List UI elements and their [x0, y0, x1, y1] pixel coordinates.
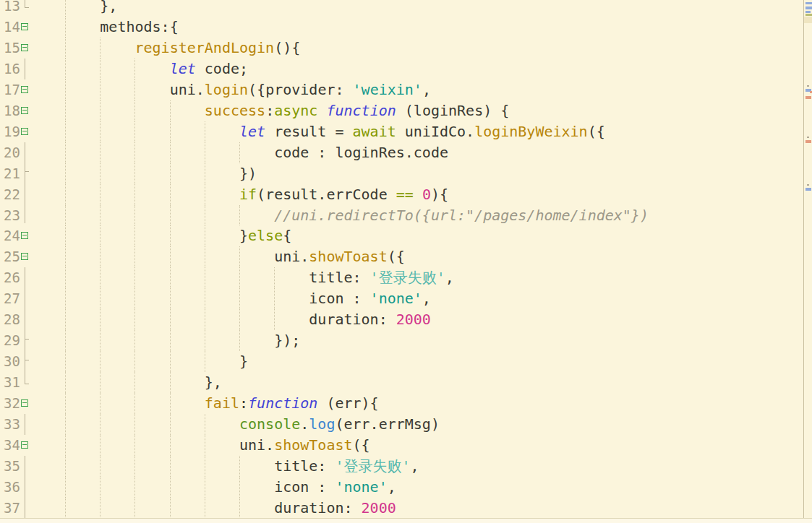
code-line[interactable]: 20 code : loginRes.code — [0, 142, 803, 163]
code-text[interactable]: fail:function (err){ — [30, 393, 803, 414]
token-strcjk: '登录失败' — [370, 269, 445, 286]
code-text[interactable]: uni.login({provider: 'weixin', — [30, 79, 803, 100]
indent-guide — [65, 0, 66, 17]
indent-guide — [170, 351, 171, 372]
code-text[interactable]: }); — [30, 330, 803, 351]
token-plain: , — [422, 81, 431, 98]
code-line[interactable]: 26 title: '登录失败', — [0, 267, 803, 288]
indent-whitespace — [30, 373, 205, 391]
fold-range-line — [25, 142, 25, 163]
indent-guide — [134, 498, 135, 519]
ruler-viewport-indicator[interactable] — [804, 17, 812, 23]
code-text[interactable]: icon : 'none', — [30, 477, 803, 498]
indent-guide — [134, 163, 135, 184]
code-line[interactable]: 33 console.log(err.errMsg) — [0, 414, 803, 435]
code-text[interactable]: duration: 2000 — [30, 498, 803, 519]
fold-collapse-icon[interactable] — [21, 441, 28, 449]
overview-ruler[interactable] — [803, 0, 812, 519]
code-text[interactable]: } — [30, 351, 803, 372]
indent-guide — [134, 142, 135, 163]
token-str: 'none' — [370, 290, 422, 307]
code-line[interactable]: 23 //uni.redirectTo({url:"/pages/home/in… — [0, 205, 803, 226]
code-line[interactable]: 34 uni.showToast({ — [0, 435, 803, 456]
code-line[interactable]: 22 if(result.errCode == 0){ — [0, 184, 803, 205]
indent-guide — [205, 288, 205, 309]
code-text[interactable]: success:async function (loginRes) { — [30, 100, 803, 121]
code-text[interactable]: }else{ — [30, 225, 803, 246]
code-text[interactable]: uni.showToast({ — [30, 246, 803, 267]
code-text[interactable]: registerAndLogin(){ — [30, 38, 803, 59]
code-line[interactable]: 29 }); — [0, 330, 803, 351]
code-text[interactable]: title: '登录失败', — [30, 267, 803, 288]
token-plain: , — [422, 290, 431, 307]
fold-collapse-icon[interactable] — [21, 399, 28, 407]
code-line[interactable]: 27 icon : 'none', — [0, 288, 803, 309]
token-plain: (loginRes) { — [396, 102, 510, 119]
token-num: 0 — [422, 186, 431, 203]
indent-guide — [170, 456, 171, 477]
code-text[interactable]: }, — [30, 0, 803, 17]
indent-guide — [100, 372, 101, 393]
code-text[interactable]: methods:{ — [30, 17, 803, 38]
indent-whitespace — [30, 478, 274, 496]
indent-guide — [100, 163, 101, 184]
code-line[interactable]: 21 }) — [0, 163, 803, 184]
line-number: 27 — [0, 288, 20, 309]
code-text[interactable]: duration: 2000 — [30, 309, 803, 330]
code-line[interactable]: 28 duration: 2000 — [0, 309, 803, 330]
code-line[interactable]: 32 fail:function (err){ — [0, 393, 803, 414]
code-line[interactable]: 24 }else{ — [0, 225, 803, 246]
code-text[interactable]: icon : 'none', — [30, 288, 803, 309]
code-lines[interactable]: 13 },14 methods:{15 registerAndLogin(){1… — [0, 0, 803, 519]
code-text[interactable]: code : loginRes.code — [30, 142, 803, 163]
code-line[interactable]: 15 registerAndLogin(){ — [0, 38, 803, 59]
code-line[interactable]: 17 uni.login({provider: 'weixin', — [0, 79, 803, 100]
indent-guide — [100, 477, 101, 498]
fold-collapse-icon[interactable] — [21, 232, 28, 239]
code-text[interactable]: }) — [30, 163, 803, 184]
code-line[interactable]: 16 let code; — [0, 59, 803, 79]
horizontal-scrollbar[interactable] — [0, 518, 812, 523]
code-line[interactable]: 19 let result = await uniIdCo.loginByWei… — [0, 121, 803, 142]
gutter: 35 — [0, 456, 30, 477]
gutter: 22 — [0, 184, 30, 205]
code-line[interactable]: 18 success:async function (loginRes) { — [0, 100, 803, 121]
code-text[interactable]: //uni.redirectTo({url:"/pages/home/index… — [30, 205, 803, 226]
ruler-marker — [807, 85, 809, 87]
fold-collapse-icon[interactable] — [21, 86, 28, 93]
token-plain: code : loginRes.code — [274, 144, 448, 161]
code-text[interactable]: console.log(err.errMsg) — [30, 414, 803, 435]
fold-collapse-icon[interactable] — [21, 107, 28, 114]
line-number: 29 — [0, 330, 20, 351]
token-plain: uniIdCo. — [396, 123, 474, 140]
code-line[interactable]: 35 title: '登录失败', — [0, 456, 803, 477]
minus-glyph — [22, 256, 27, 256]
minus-glyph — [22, 444, 27, 445]
gutter: 34 — [0, 435, 30, 456]
token-str: 'none' — [335, 478, 387, 496]
code-line[interactable]: 31 }, — [0, 372, 803, 393]
code-line[interactable]: 13 }, — [0, 0, 803, 17]
code-text[interactable]: let code; — [30, 59, 803, 79]
token-kw: == — [396, 186, 414, 203]
ruler-marker — [805, 7, 812, 9]
fold-collapse-icon[interactable] — [21, 44, 28, 51]
token-fname: fail — [205, 394, 239, 412]
code-line[interactable]: 37 duration: 2000 — [0, 498, 803, 519]
fold-collapse-icon[interactable] — [21, 23, 28, 30]
code-text[interactable]: uni.showToast({ — [30, 435, 803, 456]
indent-guide — [100, 205, 101, 226]
fold-collapse-icon[interactable] — [21, 128, 28, 135]
code-line[interactable]: 30 } — [0, 351, 803, 372]
fold-collapse-icon[interactable] — [21, 253, 28, 260]
code-line[interactable]: 14 methods:{ — [0, 17, 803, 38]
code-text[interactable]: title: '登录失败', — [30, 456, 803, 477]
token-plain: uni. — [239, 436, 274, 454]
code-text[interactable]: }, — [30, 372, 803, 393]
indent-whitespace — [30, 144, 274, 161]
code-text[interactable]: if(result.errCode == 0){ — [30, 184, 803, 205]
indent-guide — [65, 351, 66, 372]
code-line[interactable]: 36 icon : 'none', — [0, 477, 803, 498]
code-line[interactable]: 25 uni.showToast({ — [0, 246, 803, 267]
code-text[interactable]: let result = await uniIdCo.loginByWeixin… — [30, 121, 803, 142]
